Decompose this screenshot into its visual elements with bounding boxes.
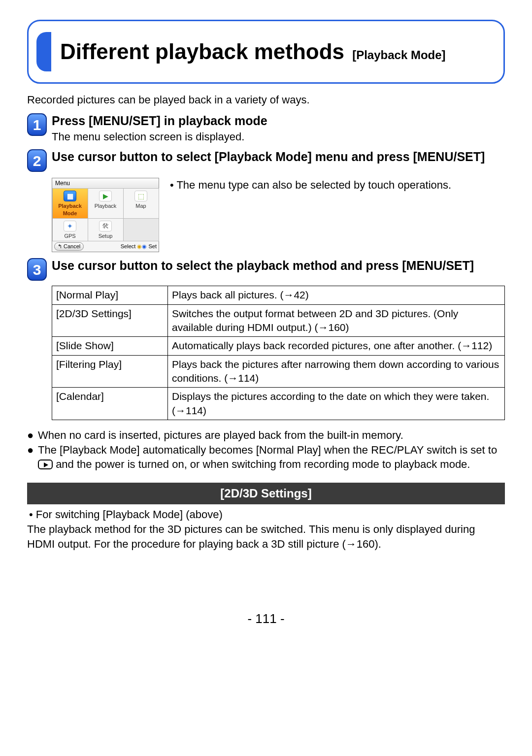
menu-cell-playback-mode[interactable]: ▦ Playback Mode — [52, 188, 88, 219]
menu-select-label: Select — [121, 243, 136, 249]
table-row: [Calendar] Displays the pictures accordi… — [52, 388, 505, 420]
method-desc: Switches the output format between 2D an… — [168, 304, 505, 337]
menu-screenshot: Menu ▦ Playback Mode ▶ Playback ⬚ Map ✦ … — [52, 178, 159, 253]
note-item: ● The [Playback Mode] automatically beco… — [27, 443, 505, 472]
intro-text: Recorded pictures can be played back in … — [27, 93, 505, 107]
method-name: [Slide Show] — [52, 337, 168, 355]
menu-select-set: Select ◉◉ Set — [121, 243, 157, 250]
step-1-icon: 1 — [27, 113, 47, 136]
gps-icon: ✦ — [64, 221, 76, 231]
menu-set-label: Set — [148, 243, 157, 249]
menu-cell-map[interactable]: ⬚ Map — [123, 188, 159, 219]
svg-text:2: 2 — [33, 153, 41, 169]
method-name: [Calendar] — [52, 388, 168, 420]
step-2-touch-note: • The menu type can also be selected by … — [170, 178, 451, 193]
playback-methods-table: [Normal Play] Plays back all pictures. (… — [52, 286, 505, 420]
step-2: 2 Use cursor button to select [Playback … — [27, 149, 505, 172]
select-dot-icon: ◉ — [137, 243, 142, 249]
method-desc: Automatically plays back recorded pictur… — [168, 337, 505, 355]
note-2a: The [Playback Mode] automatically become… — [38, 444, 497, 456]
menu-label-playback: Playback — [89, 202, 122, 210]
menu-cancel[interactable]: ↰ Cancel — [54, 242, 84, 251]
page-title: Different playback methods — [60, 39, 344, 64]
bullet-dot-icon: ● — [27, 443, 38, 472]
section-bullet: • For switching [Playback Mode] (above) — [29, 507, 505, 522]
section-heading-2d3d: [2D/3D Settings] — [27, 483, 505, 504]
note-1-text: When no card is inserted, pictures are p… — [38, 428, 505, 443]
bullet-dot-icon: ● — [27, 428, 38, 443]
step-1-title: Press [MENU/SET] in playback mode — [52, 113, 505, 129]
table-row: [Slide Show] Automatically plays back re… — [52, 337, 505, 355]
menu-label-map: Map — [125, 202, 158, 210]
step-2-title: Use cursor button to select [Playback Mo… — [52, 149, 505, 164]
step-3-icon: 3 — [27, 258, 47, 281]
step-3: 3 Use cursor button to select the playba… — [27, 258, 505, 281]
menu-header: Menu — [52, 178, 159, 189]
method-name: [Filtering Play] — [52, 355, 168, 388]
menu-cell-setup[interactable]: 🛠 Setup — [88, 218, 124, 241]
method-name: [Normal Play] — [52, 286, 168, 304]
map-icon: ⬚ — [134, 191, 147, 201]
title-wrap: Different playback methods [Playback Mod… — [60, 37, 446, 66]
method-desc: Displays the pictures according to the d… — [168, 388, 505, 420]
menu-cell-empty — [123, 218, 159, 241]
menu-grid: ▦ Playback Mode ▶ Playback ⬚ Map ✦ GPS 🛠… — [52, 189, 159, 241]
step-3-title: Use cursor button to select the playback… — [52, 258, 505, 273]
set-dot-icon: ◉ — [142, 243, 148, 249]
page-number: - 111 - — [27, 610, 505, 627]
step-2-icon: 2 — [27, 149, 47, 172]
playback-icon: ▶ — [99, 191, 112, 201]
menu-label-setup: Setup — [89, 232, 122, 240]
step-2-subrow: Menu ▦ Playback Mode ▶ Playback ⬚ Map ✦ … — [52, 178, 505, 253]
note-2b: and the power is turned on, or when swit… — [56, 458, 470, 470]
menu-label-gps: GPS — [54, 232, 87, 240]
note-item: ● When no card is inserted, pictures are… — [27, 428, 505, 443]
method-desc: Plays back the pictures after narrowing … — [168, 355, 505, 388]
table-row: [2D/3D Settings] Switches the output for… — [52, 304, 505, 337]
title-accent-tab — [36, 32, 51, 71]
svg-text:1: 1 — [33, 117, 41, 133]
step-1: 1 Press [MENU/SET] in playback mode The … — [27, 113, 505, 144]
method-desc: Plays back all pictures. (→42) — [168, 286, 505, 304]
section-body: The playback method for the 3D pictures … — [27, 522, 505, 551]
table-row: [Filtering Play] Plays back the pictures… — [52, 355, 505, 388]
menu-cell-playback[interactable]: ▶ Playback — [88, 188, 124, 219]
note-2-text: The [Playback Mode] automatically become… — [38, 443, 505, 472]
menu-cell-gps[interactable]: ✦ GPS — [52, 218, 88, 241]
step-1-desc: The menu selection screen is displayed. — [52, 130, 505, 144]
menu-label-playback-mode: Playback Mode — [54, 202, 87, 217]
notes-list: ● When no card is inserted, pictures are… — [27, 428, 505, 472]
menu-footer: ↰ Cancel Select ◉◉ Set — [52, 241, 159, 252]
svg-text:3: 3 — [33, 262, 41, 278]
play-mode-icon — [38, 460, 53, 469]
page-title-sub: [Playback Mode] — [352, 48, 445, 62]
playback-mode-icon: ▦ — [64, 191, 76, 201]
title-box: Different playback methods [Playback Mod… — [27, 20, 505, 84]
method-name: [2D/3D Settings] — [52, 304, 168, 337]
table-row: [Normal Play] Plays back all pictures. (… — [52, 286, 505, 304]
setup-icon: 🛠 — [99, 221, 112, 231]
